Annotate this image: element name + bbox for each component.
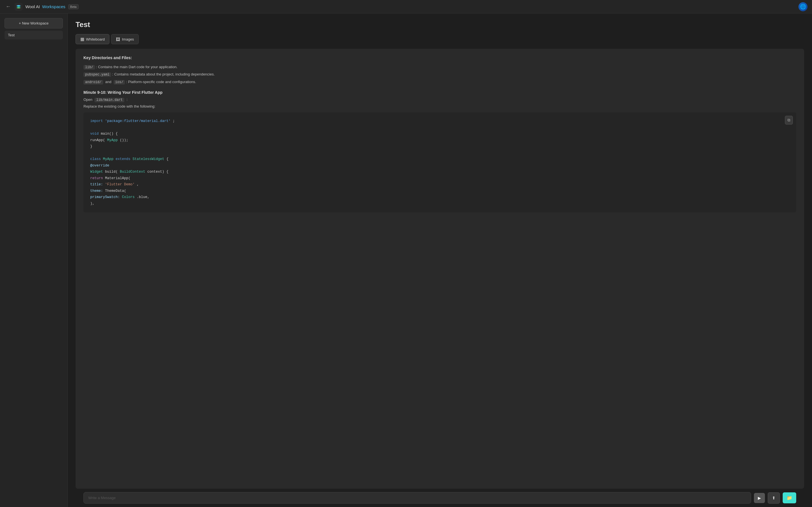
tab-images[interactable]: 🖼 Images (111, 34, 139, 44)
sidebar-item-test[interactable]: Test (4, 31, 63, 40)
main-content: Test ▦ Whiteboard 🖼 Images Key Directori… (68, 13, 812, 507)
code-line-10: return MaterialApp( (90, 175, 790, 182)
code-line-13: primarySwatch: Colors .blue, (90, 194, 790, 201)
copy-button[interactable]: ⧉ (785, 116, 793, 124)
code-line-11: title: 'Flutter Demo' , (90, 181, 790, 188)
logo-icon (15, 3, 22, 11)
code-line-9: Widget build( BuildContext context) { (90, 169, 790, 175)
tab-whiteboard[interactable]: ▦ Whiteboard (75, 34, 109, 44)
upload-button[interactable]: ⬆ (768, 492, 780, 504)
beta-badge: Beta (68, 4, 79, 9)
avatar[interactable]: 🌐 (799, 2, 808, 11)
pubspec-line: pubspec.yaml : Contains metadata about t… (84, 71, 796, 77)
android-code: android/ (84, 80, 103, 84)
bottom-bar: ▶ ⬆ 📁 (75, 489, 804, 507)
ios-code: ios/ (114, 80, 125, 84)
workspace-title: Test (75, 20, 804, 29)
code-line-1: import 'package:flutter/material.dart' ; (90, 118, 790, 124)
section1-heading: Key Directories and Files: (84, 55, 796, 60)
open-line: Open lib/main.dart : (84, 98, 796, 102)
message-input[interactable] (84, 492, 751, 504)
lib-line: lib/ : Contains the main Dart code for y… (84, 64, 796, 70)
header-left: ← Wool AI Workspaces Beta (4, 3, 79, 11)
folder-button[interactable]: 📁 (783, 492, 796, 503)
app-header: ← Wool AI Workspaces Beta 🌐 (0, 0, 812, 13)
replace-line: Replace the existing code with the follo… (84, 104, 796, 108)
code-line-5: } (90, 144, 790, 150)
tab-images-label: Images (122, 37, 134, 41)
code-line-3: void main() { (90, 131, 790, 137)
new-workspace-button[interactable]: + New Workspace (4, 18, 63, 29)
send-button[interactable]: ▶ (754, 493, 765, 503)
code-line-14: ), (90, 201, 790, 207)
code-line-7: class MyApp extends StatelessWidget { (90, 156, 790, 163)
android-line: android/ and ios/ : Platform-specific co… (84, 79, 796, 85)
tab-whiteboard-label: Whiteboard (86, 37, 105, 41)
whiteboard-icon: ▦ (80, 37, 84, 42)
main-layout: + New Workspace Test Test ▦ Whiteboard 🖼… (0, 13, 812, 507)
tabs-bar: ▦ Whiteboard 🖼 Images (75, 34, 804, 44)
open-code: lib/main.dart (94, 98, 124, 102)
app-name: Wool AI Workspaces (26, 4, 65, 9)
code-line-4: runApp( MyApp ()); (90, 137, 790, 144)
code-block: ⧉ import 'package:flutter/material.dart'… (84, 112, 796, 212)
sidebar: + New Workspace Test (0, 13, 68, 507)
whiteboard-panel: Key Directories and Files: lib/ : Contai… (75, 49, 804, 489)
back-button[interactable]: ← (4, 3, 12, 11)
pubspec-code: pubspec.yaml (84, 72, 111, 77)
section2-heading: Minute 9-10: Writing Your First Flutter … (84, 90, 796, 95)
code-line-12: theme: ThemeData( (90, 188, 790, 194)
code-line-8: @override (90, 163, 790, 169)
lib-code: lib/ (84, 65, 95, 69)
images-icon: 🖼 (116, 37, 120, 42)
